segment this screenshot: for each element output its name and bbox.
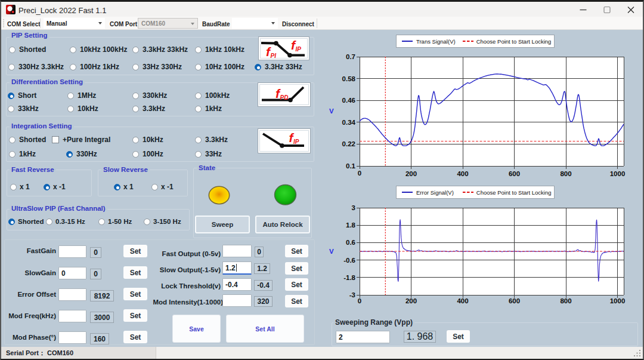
svg-text:0.22: 0.22 [342,140,355,147]
svg-text:V: V [329,107,334,115]
svg-text:600: 600 [509,170,520,177]
svg-text:-1.8: -1.8 [343,274,355,281]
svg-text:0: 0 [358,170,361,177]
svg-text:800: 800 [560,170,571,177]
svg-text:PI: PI [271,53,277,59]
svg-text:V: V [329,248,334,255]
svg-text:-3: -3 [349,291,355,299]
svg-text:IP: IP [296,46,302,53]
svg-text:-0.6: -0.6 [343,257,355,264]
svg-text:IP: IP [293,139,299,145]
svg-text:800: 800 [560,297,571,304]
svg-text:200: 200 [405,170,417,177]
svg-text:3: 3 [352,204,355,211]
svg-text:0.1: 0.1 [346,162,356,170]
svg-text:400: 400 [457,170,468,177]
svg-text:0.7: 0.7 [346,53,355,60]
svg-text:1000: 1000 [610,297,626,304]
svg-text:0.34: 0.34 [342,119,356,126]
svg-text:0.6: 0.6 [346,239,355,246]
svg-text:0: 0 [358,297,361,304]
svg-text:1.8: 1.8 [346,221,356,229]
svg-text:0.46: 0.46 [342,97,355,104]
svg-text:600: 600 [509,297,520,304]
svg-text:0.58: 0.58 [342,75,356,82]
svg-text:200: 200 [405,297,417,304]
svg-text:PD: PD [280,94,289,101]
svg-text:1000: 1000 [610,170,626,177]
svg-text:400: 400 [457,297,468,304]
